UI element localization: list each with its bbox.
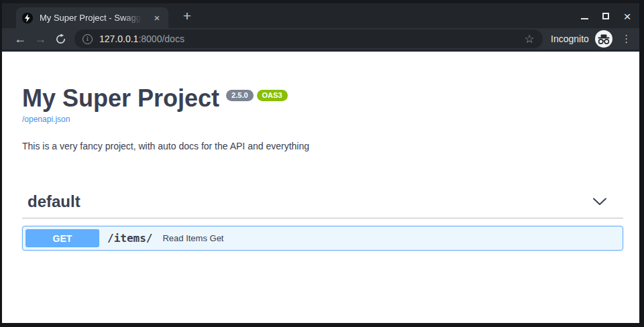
api-badges: 2.5.0OAS3 (226, 90, 287, 101)
section-header-default[interactable]: default (22, 192, 623, 212)
back-button[interactable]: ← (10, 29, 30, 48)
openapi-spec-link-row: /openapi.json (22, 115, 623, 124)
new-tab-button[interactable]: + (178, 7, 197, 26)
url-host: 127.0.0.1 (99, 34, 138, 44)
section-title: default (28, 192, 80, 211)
address-bar[interactable]: i 127.0.0.1:8000/docs ☆ (74, 29, 543, 48)
incognito-label: Incognito (551, 34, 589, 44)
operation-summary: Read Items Get (162, 233, 223, 243)
bookmark-star-icon[interactable]: ☆ (521, 31, 537, 47)
window-controls: × (574, 5, 638, 27)
browser-toolbar: ← → i 127.0.0.1:8000/docs ☆ Incognito ⋮ (2, 28, 639, 52)
openapi-spec-link[interactable]: /openapi.json (22, 115, 70, 124)
maximize-button[interactable] (595, 6, 616, 26)
reload-icon (55, 34, 66, 45)
forward-button[interactable]: → (30, 29, 50, 48)
minimize-button[interactable] (574, 6, 595, 26)
url-path: :8000/docs (138, 34, 184, 44)
page-info-icon[interactable]: i (83, 34, 93, 44)
browser-menu-icon[interactable]: ⋮ (618, 30, 635, 48)
close-window-button[interactable]: × (616, 6, 638, 26)
swagger-page: My Super Project2.5.0OAS3 /openapi.json … (2, 52, 639, 323)
api-title-text: My Super Project (22, 84, 219, 112)
chevron-down-icon[interactable] (592, 197, 607, 206)
browser-tab[interactable]: My Super Project - Swagger UI × (16, 7, 168, 28)
tab-close-icon[interactable]: × (151, 12, 163, 24)
api-description: This is a very fancy project, with auto … (22, 141, 623, 151)
titlebar: My Super Project - Swagger UI × + × (2, 0, 639, 28)
api-title: My Super Project2.5.0OAS3 (22, 85, 623, 112)
close-icon: × (623, 10, 631, 23)
operation-row-get-items[interactable]: GET /items/ Read Items Get (22, 226, 623, 251)
tab-title: My Super Project - Swagger UI (40, 13, 142, 23)
get-method-button[interactable]: GET (25, 229, 99, 247)
fastapi-favicon-icon (22, 13, 33, 23)
maximize-icon (602, 13, 609, 19)
oas3-badge: OAS3 (257, 90, 288, 101)
incognito-avatar-icon[interactable] (595, 30, 612, 48)
url-text[interactable]: 127.0.0.1:8000/docs (99, 34, 184, 44)
reload-button[interactable] (50, 29, 70, 48)
minimize-icon (581, 18, 588, 19)
browser-window: My Super Project - Swagger UI × + × ← → … (2, 0, 639, 323)
operation-path: /items/ (107, 232, 152, 245)
version-badge: 2.5.0 (226, 90, 253, 101)
section-divider (22, 218, 623, 218)
